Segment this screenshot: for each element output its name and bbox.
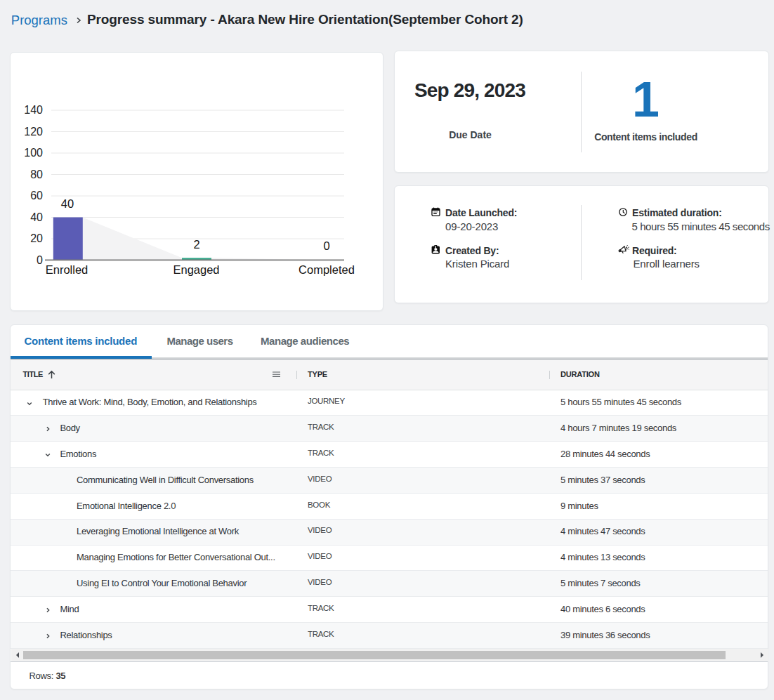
svg-text:100: 100 [24,147,43,159]
svg-text:120: 120 [24,126,43,138]
svg-text:140: 140 [24,104,43,116]
svg-text:0: 0 [37,254,43,266]
svg-text:0: 0 [323,239,329,252]
svg-text:40: 40 [61,197,74,210]
svg-text:2: 2 [193,238,199,251]
svg-text:Engaged: Engaged [173,263,219,276]
svg-text:80: 80 [30,169,43,180]
svg-text:60: 60 [30,190,43,202]
svg-text:20: 20 [30,232,43,244]
svg-text:40: 40 [30,211,43,223]
svg-text:Completed: Completed [299,263,355,276]
svg-text:Enrolled: Enrolled [46,263,88,276]
